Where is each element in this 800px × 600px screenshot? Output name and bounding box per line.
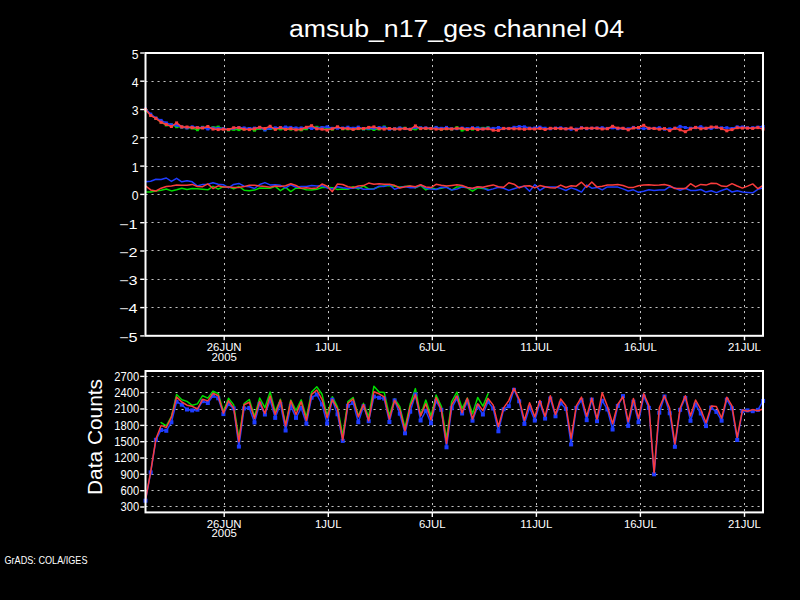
svg-text:5: 5 (132, 48, 139, 62)
svg-text:2005: 2005 (212, 351, 237, 363)
svg-text:600: 600 (121, 484, 140, 498)
svg-text:2400: 2400 (114, 386, 139, 400)
svg-text:−3: −3 (119, 274, 138, 288)
svg-text:300: 300 (121, 500, 140, 514)
svg-text:6JUL: 6JUL (419, 518, 446, 530)
svg-text:4: 4 (132, 76, 139, 90)
svg-text:1JUL: 1JUL (315, 518, 342, 530)
svg-text:2: 2 (132, 133, 139, 147)
svg-text:1200: 1200 (114, 451, 139, 465)
svg-text:1800: 1800 (114, 419, 139, 433)
svg-text:−4: −4 (119, 302, 138, 316)
svg-text:2700: 2700 (114, 370, 139, 384)
svg-text:6JUL: 6JUL (419, 341, 446, 353)
svg-text:3: 3 (132, 104, 139, 118)
svg-text:11JUL: 11JUL (520, 518, 552, 530)
svg-text:−2: −2 (119, 246, 138, 260)
svg-text:11JUL: 11JUL (520, 341, 552, 353)
svg-text:−1: −1 (119, 218, 138, 232)
svg-text:Data Counts: Data Counts (84, 379, 106, 495)
svg-text:16JUL: 16JUL (624, 518, 657, 530)
svg-text:2005: 2005 (212, 527, 237, 539)
svg-text:16JUL: 16JUL (624, 341, 657, 353)
svg-text:amsub_n17_ges channel 04: amsub_n17_ges channel 04 (289, 16, 624, 42)
svg-text:2100: 2100 (114, 402, 139, 416)
svg-text:900: 900 (121, 468, 140, 482)
svg-text:1JUL: 1JUL (315, 341, 342, 353)
svg-text:−5: −5 (119, 331, 138, 345)
svg-text:1500: 1500 (114, 435, 139, 449)
svg-text:21JUL: 21JUL (728, 518, 761, 530)
svg-text:1: 1 (132, 161, 139, 175)
svg-text:GrADS: COLA/IGES: GrADS: COLA/IGES (5, 554, 88, 566)
svg-text:0: 0 (132, 189, 139, 203)
svg-text:21JUL: 21JUL (728, 341, 761, 353)
